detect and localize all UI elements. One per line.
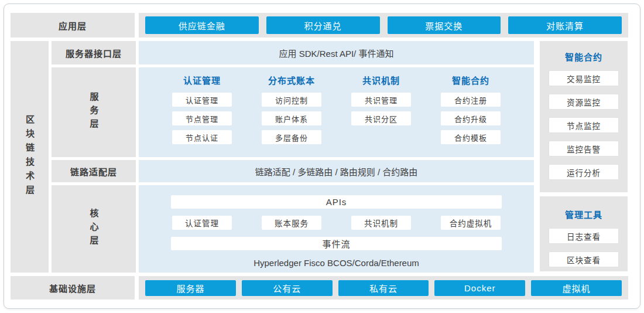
node-private-cloud: 私有云 bbox=[338, 280, 429, 296]
blockchain-tech-vertical-text: 区块链技术层 bbox=[23, 115, 36, 199]
application-layer-row: 供应链金融 积分通兑 票据交换 对账清算 bbox=[139, 13, 628, 38]
service-column-ledger: 分布式账本 访问控制 账户体系 多层备份 bbox=[262, 75, 321, 157]
node-monitoring-alert: 监控告警 bbox=[549, 141, 619, 156]
node-node-management: 节点管理 bbox=[172, 111, 232, 125]
node-core-auth-management: 认证管理 bbox=[172, 216, 232, 230]
core-boxes-row: 认证管理 账本服务 共识机制 合约虚拟机 bbox=[172, 216, 501, 230]
service-column-consensus: 共识机制 共识管理 共识分区 bbox=[351, 75, 411, 157]
node-public-cloud: 公有云 bbox=[242, 280, 333, 296]
node-operation-analysis: 运行分析 bbox=[549, 164, 619, 180]
node-docker: Docker bbox=[434, 280, 525, 296]
node-contract-upgrade: 合约升级 bbox=[441, 111, 501, 125]
node-resource-monitoring: 资源监控 bbox=[549, 94, 619, 110]
blockchain-architecture-diagram: 应用层 供应链金融 积分通兑 票据交换 对账清算 区块链技术层 服务器接口层 服… bbox=[0, 0, 644, 313]
service-column-header: 智能合约 bbox=[441, 75, 501, 87]
node-contract-registration: 合约注册 bbox=[441, 93, 501, 107]
right-panel-title: 智能合约 bbox=[540, 50, 628, 63]
node-consensus-mechanism: 共识机制 bbox=[351, 216, 411, 230]
node-virtual-machine: 虚拟机 bbox=[531, 280, 622, 296]
node-supply-chain-finance: 供应链金融 bbox=[145, 16, 259, 34]
right-panel-management-tools: 管理工具 日志查看 区块查看 bbox=[540, 196, 628, 271]
service-column-header: 分布式账本 bbox=[262, 75, 321, 87]
node-ledger-service: 账本服务 bbox=[262, 216, 321, 230]
right-panel-smart-contract: 智能合约 交易监控 资源监控 节点监控 监控告警 运行分析 bbox=[540, 41, 628, 192]
node-server: 服务器 bbox=[145, 280, 236, 296]
link-adapter-content: 链路适配 / 多链路由 / 路由规则 / 合约路由 bbox=[139, 160, 534, 182]
right-panel-title: 管理工具 bbox=[540, 208, 628, 220]
node-contract-template: 合约模板 bbox=[441, 130, 501, 144]
layer-label-link-adapter: 链路适配层 bbox=[52, 160, 136, 182]
infrastructure-layer-row: 服务器 公有云 私有云 Docker 虚拟机 bbox=[139, 276, 628, 300]
layer-label-infrastructure: 基础设施层 bbox=[11, 276, 135, 300]
node-node-monitoring: 节点监控 bbox=[549, 117, 619, 133]
layer-label-core: 核心层 bbox=[52, 185, 136, 273]
service-layer-vertical-text: 服务层 bbox=[88, 92, 100, 132]
node-node-authentication: 节点认证 bbox=[172, 130, 232, 144]
node-log-viewer: 日志查看 bbox=[549, 228, 619, 244]
service-column-header: 共识机制 bbox=[351, 75, 411, 87]
layer-label-service: 服务层 bbox=[52, 67, 136, 157]
core-platforms-text: Hyperledger Fisco BCOS/Corda/Ethereum bbox=[139, 258, 534, 268]
node-consensus-management: 共识管理 bbox=[351, 93, 411, 107]
node-multilayer-backup: 多层备份 bbox=[262, 130, 321, 144]
layer-label-blockchain-tech: 区块链技术层 bbox=[11, 41, 49, 273]
node-contract-vm: 合约虚拟机 bbox=[441, 216, 501, 230]
node-points-exchange: 积分通兑 bbox=[266, 16, 380, 34]
node-reconciliation-clearing: 对账清算 bbox=[508, 16, 622, 34]
node-transaction-monitoring: 交易监控 bbox=[549, 70, 619, 86]
layer-label-server-interface: 服务器接口层 bbox=[52, 41, 136, 64]
server-interface-content: 应用 SDK/Rest API/ 事件通知 bbox=[139, 41, 534, 64]
node-auth-management: 认证管理 bbox=[172, 93, 232, 107]
service-layer-panel: 认证管理 认证管理 节点管理 节点认证 分布式账本 访问控制 账户体系 多层备份… bbox=[139, 67, 534, 157]
core-layer-panel: APIs 认证管理 账本服务 共识机制 合约虚拟机 事件流 Hyperledge… bbox=[139, 185, 534, 273]
node-bill-exchange: 票据交换 bbox=[388, 16, 501, 34]
node-access-control: 访问控制 bbox=[262, 93, 321, 107]
service-column-header: 认证管理 bbox=[172, 75, 232, 87]
node-apis-bar: APIs bbox=[171, 195, 502, 209]
core-layer-vertical-text: 核心层 bbox=[88, 209, 100, 249]
service-column-auth: 认证管理 认证管理 节点管理 节点认证 bbox=[172, 75, 232, 157]
node-block-viewer: 区块查看 bbox=[549, 251, 619, 267]
node-account-system: 账户体系 bbox=[262, 111, 321, 125]
node-consensus-partition: 共识分区 bbox=[351, 111, 411, 125]
node-event-stream-bar: 事件流 bbox=[171, 237, 502, 250]
service-column-smart-contract: 智能合约 合约注册 合约升级 合约模板 bbox=[441, 75, 501, 157]
layer-label-application: 应用层 bbox=[11, 13, 135, 38]
